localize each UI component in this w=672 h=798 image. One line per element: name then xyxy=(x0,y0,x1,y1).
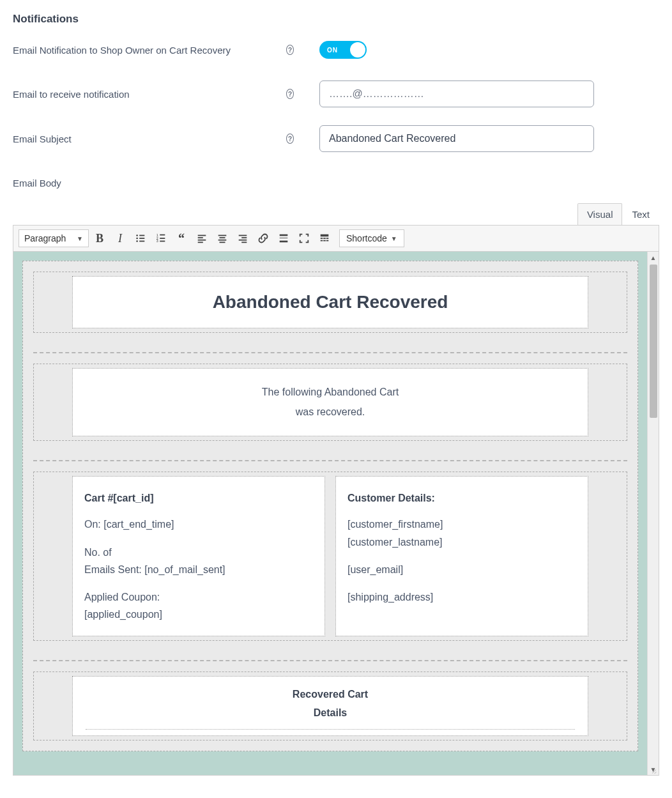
help-icon[interactable]: ? xyxy=(286,134,294,144)
svg-rect-23 xyxy=(241,242,247,243)
row-email-to-receive: Email to receive notification ? xyxy=(13,81,659,107)
label-email-notification: Email Notification to Shop Owner on Cart… xyxy=(13,45,231,56)
svg-rect-9 xyxy=(160,238,165,239)
mail-template: Abandoned Cart Recovered The following A… xyxy=(22,261,638,751)
fullscreen-button[interactable] xyxy=(294,229,314,247)
svg-point-0 xyxy=(136,234,138,236)
editor-tabs: Visual Text xyxy=(13,202,659,225)
row-email-body: Email Body xyxy=(13,170,659,196)
label-email-subject: Email Subject xyxy=(13,134,72,144)
editor-toolbar: Paragraph ▼ B I 123 “ xyxy=(13,225,659,252)
input-notification-email[interactable] xyxy=(319,81,594,107)
row-email-notification-toggle: Email Notification to Shop Owner on Cart… xyxy=(13,37,659,63)
svg-rect-5 xyxy=(139,241,144,242)
numbered-list-button[interactable]: 123 xyxy=(151,229,171,247)
svg-rect-19 xyxy=(220,242,225,243)
customer-line: [customer_firstname] xyxy=(347,516,576,533)
align-left-button[interactable] xyxy=(192,229,211,247)
mail-recovered-cell: Recovered Cart Details xyxy=(72,676,588,736)
label-email-to-receive: Email to receive notification xyxy=(13,89,130,100)
chevron-down-icon: ▼ xyxy=(77,235,83,242)
link-icon xyxy=(257,233,269,244)
chevron-down-icon: ▼ xyxy=(391,235,397,242)
shortcode-dropdown[interactable]: Shortcode ▼ xyxy=(339,229,404,247)
align-center-icon xyxy=(217,233,228,244)
cart-line: On: [cart_end_time] xyxy=(84,516,313,533)
fullscreen-icon xyxy=(298,233,310,244)
svg-rect-12 xyxy=(198,235,206,236)
format-select[interactable]: Paragraph ▼ xyxy=(19,229,89,247)
cart-line: [applied_coupon] xyxy=(84,606,313,623)
tab-visual[interactable]: Visual xyxy=(577,203,623,225)
svg-rect-27 xyxy=(321,234,329,237)
svg-rect-25 xyxy=(280,238,288,238)
mail-intro-line1: The following Abandoned Cart xyxy=(86,383,575,402)
blockquote-button[interactable]: “ xyxy=(172,229,191,247)
resize-handle[interactable] xyxy=(650,766,657,774)
divider xyxy=(33,660,627,661)
italic-button[interactable]: I xyxy=(111,229,130,247)
mail-cart-column: Cart #[cart_id] On: [cart_end_time] No. … xyxy=(72,476,325,636)
scroll-thumb[interactable] xyxy=(650,265,657,418)
mail-details-block: Cart #[cart_id] On: [cart_end_time] No. … xyxy=(33,472,627,641)
format-select-label: Paragraph xyxy=(24,233,66,243)
align-center-button[interactable] xyxy=(213,229,232,247)
svg-rect-18 xyxy=(218,240,227,241)
customer-line: [shipping_address] xyxy=(347,588,576,606)
section-heading: Notifications xyxy=(13,13,659,26)
svg-rect-29 xyxy=(323,238,326,239)
input-email-subject[interactable] xyxy=(319,125,594,152)
tab-text[interactable]: Text xyxy=(622,203,659,225)
link-button[interactable] xyxy=(254,229,273,247)
divider xyxy=(33,352,627,353)
cart-line: Applied Coupon: xyxy=(84,588,313,606)
read-more-button[interactable] xyxy=(274,229,293,247)
help-icon[interactable]: ? xyxy=(286,45,294,55)
svg-rect-30 xyxy=(326,238,329,239)
bold-button[interactable]: B xyxy=(90,229,109,247)
toggle-on-label: ON xyxy=(327,47,338,54)
svg-rect-26 xyxy=(280,241,288,243)
svg-rect-32 xyxy=(323,240,326,242)
mail-intro-block: The following Abandoned Cart was recover… xyxy=(33,364,627,441)
cart-line: Emails Sent: [no_of_mail_sent] xyxy=(84,561,313,578)
svg-rect-17 xyxy=(220,237,225,238)
svg-rect-7 xyxy=(160,234,165,236)
svg-rect-14 xyxy=(198,240,206,241)
toolbar-toggle-button[interactable] xyxy=(315,229,334,247)
editor-frame: Abandoned Cart Recovered The following A… xyxy=(13,252,659,776)
scrollbar[interactable]: ▲ ▼ xyxy=(647,252,659,775)
svg-rect-15 xyxy=(198,242,203,243)
help-icon[interactable]: ? xyxy=(286,89,294,99)
align-right-button[interactable] xyxy=(233,229,252,247)
mail-header-cell: Abandoned Cart Recovered xyxy=(72,276,588,328)
svg-rect-1 xyxy=(139,235,144,236)
scroll-up-arrow[interactable]: ▲ xyxy=(648,252,659,263)
svg-rect-11 xyxy=(160,241,165,242)
mail-intro-line2: was recovered. xyxy=(86,403,575,422)
svg-point-2 xyxy=(136,238,138,240)
svg-point-4 xyxy=(136,240,138,242)
editor: Visual Text Paragraph ▼ B I 123 “ xyxy=(13,202,659,776)
shortcode-label: Shortcode xyxy=(346,233,387,243)
align-right-icon xyxy=(237,233,248,244)
inner-divider xyxy=(86,729,575,730)
customer-line: [customer_lastname] xyxy=(347,533,576,551)
cart-line: No. of xyxy=(84,544,313,561)
customer-title: Customer Details: xyxy=(347,489,576,507)
divider xyxy=(33,460,627,461)
editor-content[interactable]: Abandoned Cart Recovered The following A… xyxy=(13,252,647,775)
recovered-line1: Recovered Cart xyxy=(86,686,575,704)
numbered-list-icon: 123 xyxy=(155,233,167,244)
bullet-list-button[interactable] xyxy=(131,229,150,247)
svg-rect-21 xyxy=(241,237,247,238)
svg-rect-24 xyxy=(280,234,288,236)
svg-rect-20 xyxy=(239,235,247,236)
align-left-icon xyxy=(196,233,208,244)
mail-customer-column: Customer Details: [customer_firstname] [… xyxy=(335,476,588,636)
svg-rect-22 xyxy=(239,240,247,241)
mail-recovered-block: Recovered Cart Details xyxy=(33,671,627,740)
toggle-email-notification[interactable]: ON xyxy=(319,41,367,59)
svg-rect-3 xyxy=(139,238,144,239)
bullet-list-icon xyxy=(135,233,146,244)
